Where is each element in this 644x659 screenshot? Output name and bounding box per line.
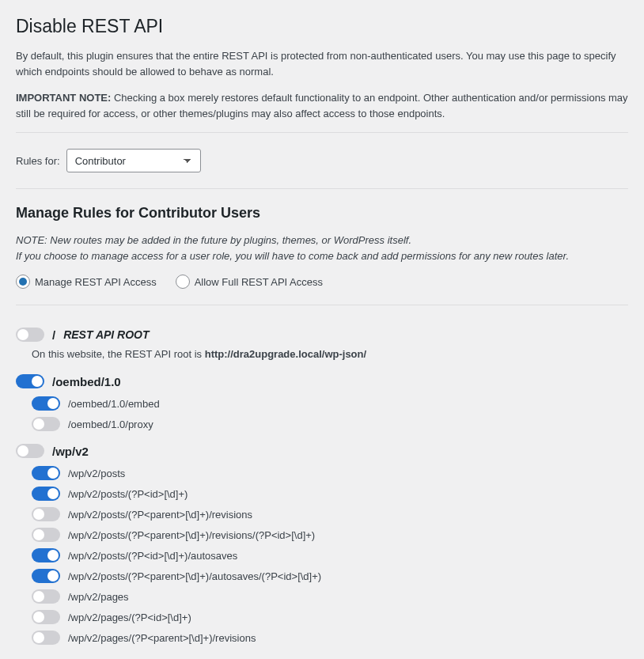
divider: [16, 188, 628, 189]
root-label: REST API ROOT: [63, 328, 149, 341]
route-row: /wp/v2/pages/(?P<id>[\d]+): [32, 610, 628, 624]
routes-note: NOTE: New routes may be added in the fut…: [16, 233, 628, 263]
important-note-label: IMPORTANT NOTE:: [16, 92, 111, 104]
radio-button-icon: [16, 275, 30, 289]
important-note: IMPORTANT NOTE: Checking a box merely re…: [16, 90, 628, 121]
route-label: /oembed/1.0/proxy: [68, 419, 153, 430]
route-toggle[interactable]: [32, 417, 60, 431]
manage-heading: Manage Rules for Contributor Users: [16, 205, 628, 222]
route-label: /wp/v2/pages: [68, 591, 129, 603]
intro-paragraph: By default, this plugin ensures that the…: [16, 48, 628, 79]
rules-for-label: Rules for:: [16, 155, 60, 167]
route-toggle[interactable]: [32, 589, 60, 604]
root-info-url: http://dra2upgrade.local/wp-json/: [205, 348, 366, 360]
divider: [16, 305, 628, 305]
radio-manage-access[interactable]: Manage REST API Access: [16, 275, 157, 289]
route-toggle[interactable]: [32, 548, 60, 562]
access-mode-radios: Manage REST API Access Allow Full REST A…: [16, 275, 628, 289]
route-label: /wp/v2/posts/(?P<id>[\d]+): [68, 488, 188, 500]
root-info: On this website, the REST API root is ht…: [32, 348, 628, 360]
radio-button-icon: [176, 275, 190, 289]
route-row: /wp/v2/posts/(?P<id>[\d]+)/autosaves: [32, 548, 628, 562]
route-label: /wp/v2/posts/(?P<parent>[\d]+)/revisions: [68, 509, 252, 521]
namespace-row: /oembed/1.0: [16, 374, 628, 388]
route-row: /wp/v2/posts/(?P<id>[\d]+): [32, 487, 628, 501]
route-label: /oembed/1.0/embed: [68, 398, 160, 410]
route-label: /wp/v2/posts: [68, 468, 125, 479]
routes-note-line2: If you choose to manage access for a use…: [16, 250, 569, 262]
route-toggle[interactable]: [32, 466, 60, 480]
route-toggle[interactable]: [32, 487, 60, 501]
route-label: /wp/v2/pages/(?P<parent>[\d]+)/revisions: [68, 632, 256, 644]
route-label: /wp/v2/posts/(?P<parent>[\d]+)/revisions…: [68, 529, 315, 541]
page-title: Disable REST API: [16, 16, 628, 37]
route-toggle[interactable]: [32, 507, 60, 521]
namespace-toggle[interactable]: [16, 374, 44, 388]
route-toggle[interactable]: [32, 528, 60, 542]
route-row: /wp/v2/posts/(?P<parent>[\d]+)/revisions: [32, 507, 628, 521]
radio-full-label: Allow Full REST API Access: [195, 276, 323, 288]
radio-full-access[interactable]: Allow Full REST API Access: [176, 275, 323, 289]
namespace-row: /wp/v2: [16, 444, 628, 458]
namespace-toggle[interactable]: [16, 444, 44, 458]
route-label: /wp/v2/posts/(?P<id>[\d]+)/autosaves: [68, 550, 237, 562]
route-toggle[interactable]: [32, 569, 60, 583]
root-slash: /: [52, 328, 55, 342]
radio-manage-label: Manage REST API Access: [35, 276, 157, 288]
route-toggle[interactable]: [32, 610, 60, 624]
root-toggle[interactable]: [16, 328, 44, 342]
root-row: / REST API ROOT: [16, 328, 628, 342]
route-row: /oembed/1.0/proxy: [32, 417, 628, 431]
rules-for-row: Rules for: Contributor: [16, 149, 628, 172]
namespace-label: /wp/v2: [52, 445, 89, 458]
route-list: / REST API ROOT On this website, the RES…: [16, 328, 628, 645]
route-toggle[interactable]: [32, 631, 60, 645]
route-toggle[interactable]: [32, 396, 60, 411]
route-row: /oembed/1.0/embed: [32, 396, 628, 411]
namespace-label: /oembed/1.0: [52, 375, 121, 388]
route-row: /wp/v2/posts/(?P<parent>[\d]+)/autosaves…: [32, 569, 628, 583]
route-row: /wp/v2/pages: [32, 589, 628, 604]
routes-note-line1: NOTE: New routes may be added in the fut…: [16, 234, 411, 246]
divider: [16, 132, 628, 133]
root-info-prefix: On this website, the REST API root is: [32, 348, 205, 360]
namespace-block: /oembed/1.0/oembed/1.0/embed/oembed/1.0/…: [16, 374, 628, 431]
role-select[interactable]: Contributor: [66, 149, 201, 172]
route-row: /wp/v2/posts: [32, 466, 628, 480]
namespace-block: /wp/v2/wp/v2/posts/wp/v2/posts/(?P<id>[\…: [16, 444, 628, 645]
route-row: /wp/v2/posts/(?P<parent>[\d]+)/revisions…: [32, 528, 628, 542]
route-label: /wp/v2/posts/(?P<parent>[\d]+)/autosaves…: [68, 570, 321, 582]
route-row: /wp/v2/pages/(?P<parent>[\d]+)/revisions: [32, 631, 628, 645]
route-label: /wp/v2/pages/(?P<id>[\d]+): [68, 612, 191, 623]
